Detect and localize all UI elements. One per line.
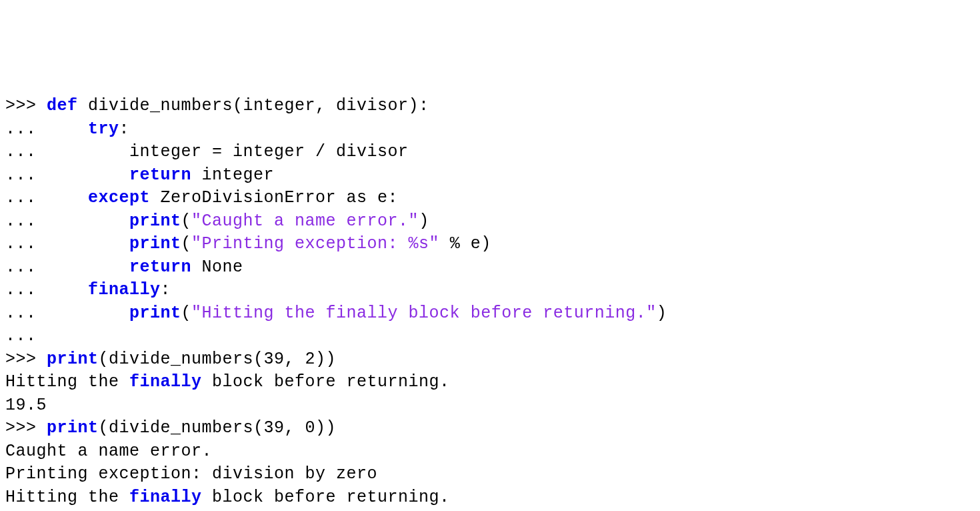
code-token: ... <box>5 258 129 277</box>
code-line: ... print("Hitting the finally block bef… <box>5 302 975 326</box>
code-token: ... <box>5 119 88 139</box>
code-token: finally <box>129 372 202 392</box>
code-token: 19.5 <box>5 396 47 415</box>
code-line: ... integer = integer / divisor <box>5 141 975 164</box>
code-line: ... <box>5 325 975 348</box>
code-token: ZeroDivisionError as e: <box>150 188 398 207</box>
code-token: "Caught a name error." <box>191 211 419 231</box>
code-token: finally <box>88 280 161 300</box>
code-line: ... print("Printing exception: %s" % e) <box>5 233 975 256</box>
code-token: Caught a name error. <box>5 442 212 461</box>
code-token: print <box>129 211 181 231</box>
code-line: ... return None <box>5 256 975 280</box>
code-token: ... <box>5 234 129 253</box>
code-token: ... <box>5 304 129 323</box>
code-line: ... finally: <box>5 279 975 302</box>
code-token: except <box>88 188 150 207</box>
code-token: Printing exception: division by zero <box>5 464 377 484</box>
code-token: print <box>47 350 99 369</box>
code-token: block before returning. <box>202 488 450 507</box>
code-line: ... except ZeroDivisionError as e: <box>5 187 975 210</box>
code-token: (divide_numbers(39, 0)) <box>99 418 337 438</box>
code-token: ... <box>5 211 129 231</box>
code-token: : <box>161 280 171 300</box>
code-token: block before returning. <box>202 372 450 392</box>
code-token: finally <box>129 488 202 507</box>
code-token: ) <box>657 304 667 323</box>
code-token: ( <box>181 304 192 323</box>
code-token: print <box>129 234 181 253</box>
code-token: ... <box>5 165 129 185</box>
code-token: None <box>191 258 243 277</box>
code-token: ( <box>181 234 192 253</box>
code-token: ... <box>5 280 88 300</box>
code-line: Hitting the finally block before returni… <box>5 371 975 394</box>
code-token: % e) <box>439 234 491 253</box>
code-token: ... <box>5 188 88 207</box>
code-line: ... try: <box>5 118 975 141</box>
code-token: ) <box>419 211 429 231</box>
code-token: ... <box>5 326 37 346</box>
code-token: divide_numbers(integer, divisor): <box>78 96 429 115</box>
code-token: integer <box>191 165 274 185</box>
code-token: (divide_numbers(39, 2)) <box>99 350 337 369</box>
code-token: Hitting the <box>5 372 129 392</box>
code-token: "Hitting the finally block before return… <box>191 304 657 323</box>
code-token: >>> <box>5 350 47 369</box>
code-line: >>> print(divide_numbers(39, 0)) <box>5 417 975 440</box>
code-line: >>> print(divide_numbers(39, 2)) <box>5 348 975 372</box>
code-token: print <box>129 304 181 323</box>
code-token: ( <box>181 211 192 231</box>
code-block: >>> def divide_numbers(integer, divisor)… <box>5 95 975 511</box>
code-token: ... integer = integer / divisor <box>5 142 409 161</box>
code-token: try <box>88 119 119 139</box>
code-token: "Printing exception: %s" <box>191 234 439 253</box>
code-token: return <box>129 165 191 185</box>
code-line: Hitting the finally block before returni… <box>5 486 975 510</box>
code-token: >>> <box>5 96 47 115</box>
code-line: 19.5 <box>5 394 975 418</box>
code-line: ... return integer <box>5 164 975 187</box>
code-token: : <box>119 119 130 139</box>
code-line: Printing exception: division by zero <box>5 463 975 486</box>
code-token: print <box>47 418 99 438</box>
code-token: return <box>129 258 191 277</box>
code-token: Hitting the <box>5 488 129 507</box>
code-token: def <box>47 96 78 115</box>
code-token: >>> <box>5 418 47 438</box>
code-line: Caught a name error. <box>5 440 975 464</box>
code-line: >>> def divide_numbers(integer, divisor)… <box>5 95 975 118</box>
code-line: ... print("Caught a name error.") <box>5 210 975 233</box>
